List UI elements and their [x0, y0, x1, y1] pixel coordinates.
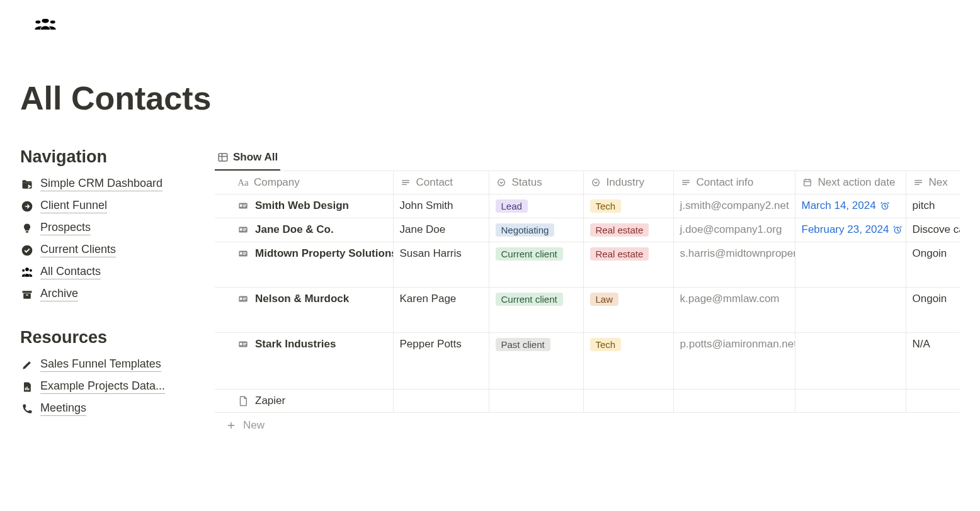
col-contact-info[interactable]: Contact info	[673, 171, 795, 194]
page-title: All Contacts	[20, 79, 960, 117]
industry-tag: Law	[590, 293, 619, 306]
nav-item[interactable]: All Contacts	[20, 261, 187, 283]
phone-icon	[20, 402, 34, 416]
status-tag: Negotiating	[496, 223, 555, 237]
navigation-heading: Navigation	[20, 147, 187, 167]
page-icon	[237, 395, 249, 407]
nav-item[interactable]: Sales Funnel Templates	[20, 354, 187, 376]
card-icon	[237, 224, 249, 235]
folder-shortcut-icon	[20, 177, 34, 191]
card-icon	[237, 248, 249, 259]
industry-tag: Real estate	[590, 223, 649, 237]
new-row-label: New	[243, 419, 265, 432]
nav-item-label: Prospects	[40, 221, 91, 235]
contacts-table: AaCompany Contact Status Industry Contac…	[215, 171, 960, 440]
nav-item[interactable]: Meetings	[20, 398, 187, 420]
table-row[interactable]: Jane Doe & Co. Jane Doe Negotiating Real…	[215, 218, 960, 242]
pencil-icon	[20, 358, 34, 372]
company-name: Zapier	[255, 395, 285, 407]
view-tabs: Show All	[215, 147, 960, 171]
next-action: Ongoin	[906, 288, 960, 333]
alarm-icon	[880, 201, 890, 211]
next-action: Ongoin	[906, 242, 960, 288]
tab-label: Show All	[233, 151, 278, 164]
nav-item-label: Meetings	[40, 402, 86, 416]
company-name: Smith Web Design	[255, 199, 349, 212]
page-icon	[20, 19, 960, 50]
next-action-date[interactable]: February 23, 2024	[802, 223, 903, 236]
contact-name: Karen Page	[393, 288, 489, 333]
nav-item-label: Example Projects Data...	[40, 379, 165, 394]
table-row[interactable]: Midtown Property Solutions Susan Harris …	[215, 242, 960, 288]
alarm-icon	[892, 225, 903, 235]
contact-info: p.potts@iamironman.net	[673, 333, 795, 390]
nav-item[interactable]: Prospects	[20, 217, 187, 239]
lines-icon	[913, 177, 924, 188]
check-circle-icon	[20, 244, 34, 257]
status-tag: Current client	[496, 247, 563, 261]
col-status[interactable]: Status	[489, 171, 583, 194]
industry-tag: Tech	[590, 199, 622, 213]
table-row[interactable]: Nelson & Murdock Karen Page Current clie…	[215, 288, 960, 333]
next-action: Discove call you	[906, 218, 960, 242]
nav-item-label: Simple CRM Dashboard	[40, 177, 162, 191]
select-icon	[590, 177, 601, 188]
resources-heading: Resources	[20, 328, 187, 347]
calendar-icon	[802, 177, 813, 188]
card-icon	[237, 339, 249, 350]
bulb-icon	[20, 222, 34, 235]
lines-icon	[400, 177, 411, 188]
main-content: Show All AaCompany Contact Status Indust…	[215, 147, 960, 442]
select-icon	[496, 177, 507, 188]
contact-name: Jane Doe	[393, 218, 489, 242]
next-action: N/A	[906, 333, 960, 390]
sidebar: Navigation Simple CRM DashboardClient Fu…	[20, 147, 187, 442]
archive-box-icon	[20, 288, 34, 301]
col-company[interactable]: AaCompany	[215, 171, 393, 194]
card-icon	[237, 200, 249, 211]
nav-item[interactable]: Simple CRM Dashboard	[20, 173, 187, 195]
lines-icon	[680, 177, 692, 188]
nav-item[interactable]: Example Projects Data...	[20, 376, 187, 398]
status-tag: Lead	[496, 199, 528, 213]
status-tag: Current client	[496, 293, 563, 306]
contact-info: j.doe@company1.org	[673, 218, 795, 242]
tab-show-all[interactable]: Show All	[215, 147, 280, 171]
nav-item[interactable]: Archive	[20, 283, 187, 305]
table-row[interactable]: Stark Industries Pepper Potts Past clien…	[215, 333, 960, 390]
card-icon	[237, 293, 249, 305]
contact-name: John Smith	[393, 194, 489, 218]
text-type-icon: Aa	[237, 177, 249, 188]
arrow-circle-icon	[20, 199, 34, 213]
nav-item[interactable]: Client Funnel	[20, 195, 187, 217]
plus-icon	[225, 420, 237, 430]
contact-info: s.harris@midtownproperty.	[673, 242, 795, 288]
contact-info: k.page@mmlaw.com	[673, 288, 795, 333]
next-action: pitch	[906, 194, 960, 218]
nav-item-label: All Contacts	[40, 265, 101, 279]
contact-name: Pepper Potts	[393, 333, 489, 390]
nav-item-label: Archive	[40, 287, 78, 301]
table-row[interactable]: Smith Web Design John Smith Lead Tech j.…	[215, 194, 960, 218]
nav-list: Simple CRM DashboardClient FunnelProspec…	[20, 173, 187, 305]
contact-info: j.smith@company2.net	[673, 194, 795, 218]
new-row[interactable]: New	[215, 413, 960, 441]
company-name: Jane Doe & Co.	[255, 223, 334, 236]
col-contact[interactable]: Contact	[393, 171, 489, 194]
next-action-date[interactable]: March 14, 2024	[802, 199, 890, 212]
nav-item-label: Current Clients	[40, 243, 116, 257]
industry-tag: Tech	[590, 338, 622, 351]
col-next[interactable]: Nex	[906, 171, 960, 194]
nav-item[interactable]: Current Clients	[20, 239, 187, 261]
status-tag: Past client	[496, 338, 550, 351]
col-industry[interactable]: Industry	[583, 171, 673, 194]
table-row[interactable]: Zapier	[215, 390, 960, 413]
resources-list: Sales Funnel TemplatesExample Projects D…	[20, 354, 187, 420]
nav-item-label: Sales Funnel Templates	[40, 357, 161, 372]
people-icon	[20, 266, 34, 279]
file-chart-icon	[20, 380, 34, 394]
table-icon	[217, 152, 229, 163]
company-name: Midtown Property Solutions	[255, 247, 393, 260]
industry-tag: Real estate	[590, 247, 649, 261]
col-next-action-date[interactable]: Next action date	[795, 171, 906, 194]
